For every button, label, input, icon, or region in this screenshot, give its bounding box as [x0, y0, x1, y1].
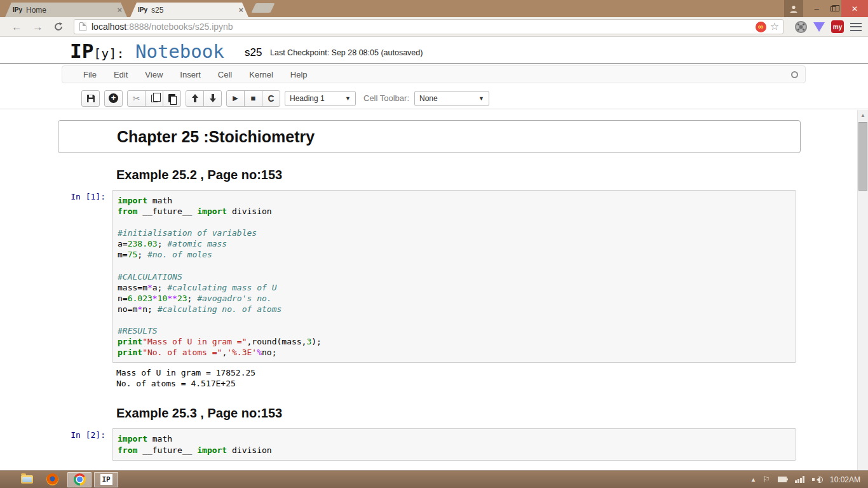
save-button[interactable] [81, 90, 100, 107]
code-line: import math [118, 195, 790, 206]
browser-tab-s25[interactable]: IPy s25 × [130, 3, 248, 17]
speaker-wave [818, 477, 823, 483]
code-token: ; [137, 250, 147, 259]
code-token: * [153, 294, 158, 303]
code-token: division [227, 207, 271, 216]
cell-prompt [58, 127, 112, 146]
code-token: '%.3E' [227, 348, 257, 357]
code-token: math [147, 434, 172, 444]
menu-help[interactable]: Help [290, 70, 308, 79]
firefox-button[interactable] [39, 471, 65, 488]
bar [800, 478, 802, 483]
code-token: 6.023 [128, 294, 153, 303]
run-cell-button[interactable]: ▶ [226, 90, 245, 107]
url-text[interactable]: localhost:8888/notebooks/s25.ipynb [92, 22, 756, 32]
reload-button[interactable] [48, 22, 69, 32]
infinity-extension-icon[interactable]: ∞ [756, 22, 766, 32]
bookmark-star-icon[interactable]: ☆ [770, 22, 779, 32]
tab-title: Home [26, 6, 112, 15]
back-button[interactable]: ← [6, 22, 27, 32]
tab-title: s25 [151, 6, 233, 15]
chrome-button[interactable] [67, 472, 92, 487]
chevron-down-icon: ▼ [478, 95, 484, 102]
code-token: ; [158, 239, 168, 248]
bar [795, 480, 797, 483]
code-token: __future__ [137, 207, 197, 216]
new-tab-button[interactable] [252, 3, 275, 13]
notebook-cell[interactable]: Example 25.2 , Page no:153 [58, 158, 801, 187]
menu-edit[interactable]: Edit [114, 70, 128, 79]
restart-kernel-button[interactable]: C [262, 90, 280, 107]
code-token: 10 [158, 294, 168, 303]
notebook-cell[interactable]: Chapter 25 :Stoichiometry [58, 120, 801, 153]
logo-y: [y]: [93, 46, 124, 61]
notebook-cell[interactable]: In [2]:import mathfrom __future__ import… [58, 426, 801, 460]
code-token: #no. of moles [147, 250, 212, 259]
close-button[interactable]: ✕ [841, 0, 868, 17]
notebook-title[interactable]: s25 [245, 46, 262, 59]
cell-toolbar-select[interactable]: None ▼ [414, 91, 489, 106]
interrupt-kernel-button[interactable]: ■ [244, 90, 262, 107]
code-input-area[interactable]: import mathfrom __future__ import divisi… [112, 428, 796, 460]
my-extension-icon[interactable]: my [831, 20, 844, 33]
vertical-scrollbar[interactable]: ▲ [857, 110, 868, 470]
ipython-favicon: IPy [138, 6, 147, 13]
notebook-cell[interactable]: In [1]:import mathfrom __future__ import… [58, 187, 801, 396]
heading-cell-text[interactable]: Example 25.3 , Page no:153 [116, 405, 801, 421]
volume-icon[interactable] [812, 476, 821, 484]
tab-close-icon[interactable]: × [238, 5, 243, 15]
chrome-menu-button[interactable] [850, 23, 862, 31]
action-center-flag-icon[interactable]: ⚐ [763, 475, 770, 484]
move-cell-down-button[interactable] [203, 90, 222, 107]
menu-file[interactable]: File [83, 70, 97, 79]
code-token: 75 [128, 250, 138, 259]
code-token: * [147, 283, 153, 292]
profile-button[interactable] [784, 0, 803, 17]
cut-cell-button[interactable]: ✂ [127, 90, 146, 107]
menu-view[interactable]: View [145, 70, 163, 79]
code-token: no; [262, 348, 276, 357]
scrollbar-thumb[interactable] [858, 122, 867, 191]
scissors-icon: ✂ [133, 93, 140, 104]
scrollbar-up-icon[interactable]: ▲ [858, 110, 868, 121]
notebook-header: IP[y]: Notebook s25 Last Checkpoint: Sep… [0, 37, 868, 64]
insert-cell-below-button[interactable]: + [104, 90, 123, 107]
code-input-area[interactable]: import mathfrom __future__ import divisi… [112, 190, 796, 363]
bar [803, 476, 804, 483]
battery-glyph [778, 477, 787, 482]
ipython-notebook-button[interactable]: IP [94, 472, 118, 487]
my-badge: my [831, 20, 844, 33]
file-explorer-button[interactable] [14, 471, 39, 488]
menu-cell[interactable]: Cell [218, 70, 232, 79]
code-token: 238.03 [128, 239, 158, 248]
paste-cell-button[interactable] [163, 90, 181, 107]
show-hidden-icons-button[interactable]: ▴ [752, 475, 756, 484]
tab-close-icon[interactable]: × [117, 5, 122, 15]
menu-insert[interactable]: Insert [180, 70, 201, 79]
restore-button[interactable] [825, 0, 841, 17]
browser-tab-home[interactable]: IPy Home × [5, 3, 127, 17]
media-extension-icon[interactable] [795, 21, 807, 33]
firefox-icon [46, 473, 58, 485]
minimize-button[interactable]: – [808, 0, 825, 17]
copy-cell-button[interactable] [145, 90, 163, 107]
windows-taskbar: IP ▴ ⚐ 10:02AM [0, 470, 868, 488]
url-omnibox[interactable]: localhost:8888/notebooks/s25.ipynb ∞ ☆ [74, 19, 783, 34]
battery-icon[interactable] [778, 477, 787, 482]
code-token: #initialisation of variables [118, 228, 257, 238]
downloader-extension-icon[interactable] [813, 22, 825, 32]
cell-type-select[interactable]: Heading 1 ▼ [285, 91, 356, 106]
logo-notebook-text: Notebook [135, 41, 224, 62]
move-cell-up-button[interactable] [186, 90, 204, 107]
network-signal-icon[interactable] [794, 476, 804, 483]
window-controls: – ✕ [784, 0, 868, 17]
floppy-icon [86, 94, 95, 103]
heading-cell-text[interactable]: Example 25.2 , Page no:153 [116, 167, 801, 182]
menu-kernel[interactable]: Kernel [249, 70, 273, 79]
heading-cell-text[interactable]: Chapter 25 :Stoichiometry [117, 127, 800, 146]
v-triangle-icon [813, 22, 825, 32]
notebook-cell[interactable]: Example 25.3 , Page no:153 [58, 396, 801, 426]
forward-button[interactable]: → [27, 22, 48, 32]
ipython-logo[interactable]: IP[y]: Notebook [70, 39, 224, 62]
kernel-idle-indicator [791, 71, 798, 78]
